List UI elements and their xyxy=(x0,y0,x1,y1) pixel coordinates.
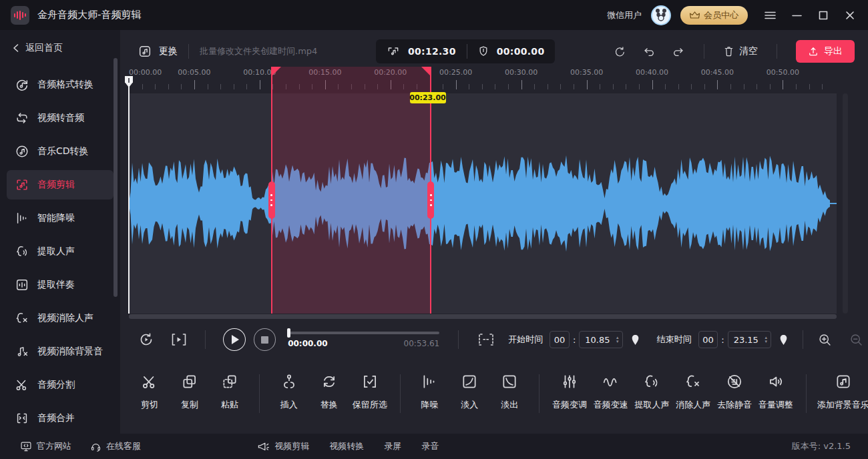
stop-button[interactable] xyxy=(254,328,276,351)
support-link[interactable]: 在线客服 xyxy=(90,440,141,452)
sidebar-item-cd-convert[interactable]: 音乐CD转换 xyxy=(7,137,114,166)
start-locate-pin-icon[interactable] xyxy=(631,334,640,346)
tool-pitch[interactable]: 音频变调 xyxy=(556,373,584,411)
waveform xyxy=(129,93,837,314)
zoom-in-button[interactable] xyxy=(818,333,832,347)
speed-icon xyxy=(602,373,620,390)
progress-thumb[interactable] xyxy=(287,328,290,338)
select-range-icon[interactable] xyxy=(477,332,495,347)
undo-button[interactable] xyxy=(642,46,656,57)
sidebar-scrollbar[interactable] xyxy=(114,58,118,297)
play-selection-button[interactable] xyxy=(170,332,188,348)
change-file-button[interactable]: 更换 xyxy=(138,44,178,59)
minimize-button[interactable] xyxy=(791,9,803,21)
tool-insert[interactable]: 插入 xyxy=(276,373,302,411)
ruler-label: 00:35.00 xyxy=(570,68,603,77)
divider xyxy=(539,374,539,413)
selection-end-handle[interactable] xyxy=(427,181,434,219)
playhead-line[interactable] xyxy=(128,79,130,314)
export-button[interactable]: 导出 xyxy=(796,40,855,63)
tool-cut[interactable]: 剪切 xyxy=(136,373,163,411)
tool-copy[interactable]: 复制 xyxy=(176,373,203,411)
selection-end-flag[interactable] xyxy=(421,67,430,75)
sidebar: 返回首页 音频格式转换 视频转音频 音乐CD转换 xyxy=(0,30,120,434)
sidebar-item-label: 视频转音频 xyxy=(37,112,84,124)
vertical-scrollbar[interactable] xyxy=(843,93,848,314)
maximize-button[interactable] xyxy=(817,9,829,21)
member-center-button[interactable]: 会员中心 xyxy=(680,6,748,25)
user-avatar[interactable] xyxy=(651,5,671,25)
loop-play-button[interactable] xyxy=(138,332,154,348)
clear-button[interactable]: 清空 xyxy=(723,45,758,57)
refresh-button[interactable] xyxy=(614,45,626,58)
tool-denoise[interactable]: 降噪 xyxy=(416,373,443,411)
titlebar: 金舟音频大师-音频剪辑 微信用户 会员中心 xyxy=(0,0,868,30)
sidebar-item-audio-cut[interactable]: 音频剪辑 xyxy=(7,170,114,199)
ruler-major-ticks xyxy=(129,80,831,89)
footer: 官方网站 在线客服 视频剪辑 视频转换 录屏 录音 版本号: v2.1.5 xyxy=(0,434,868,459)
denoise-icon xyxy=(421,373,438,390)
close-button[interactable] xyxy=(844,9,856,21)
main-panel: 更换 批量修改文件夹创建时间.mp4 00:12.30 00:00.00 xyxy=(120,30,868,434)
sidebar-item-video-remove-vocal[interactable]: 视频消除人声 xyxy=(7,304,114,333)
start-minutes-input[interactable]: 00 xyxy=(550,331,570,348)
sidebar-item-audio-split[interactable]: 音频分割 xyxy=(7,370,114,400)
divider xyxy=(205,330,206,349)
redo-button[interactable] xyxy=(672,46,685,57)
playback-progress: 00:00.00 00:53.61 xyxy=(288,332,439,348)
tool-replace[interactable]: 替换 xyxy=(316,373,343,411)
horizontal-scrollbar[interactable] xyxy=(129,314,837,319)
divider xyxy=(458,330,459,349)
quick-link-screen-record[interactable]: 录屏 xyxy=(384,440,401,452)
end-seconds-stepper[interactable]: ▴▾ xyxy=(765,336,768,344)
divider xyxy=(467,44,467,59)
edit-tools-bar: 剪切 复制 粘贴 插入 替换 保留所选 xyxy=(136,364,864,428)
add-bgm-icon xyxy=(835,373,852,390)
tool-fade-in[interactable]: 淡入 xyxy=(456,373,483,411)
quick-link-video-edit[interactable]: 视频剪辑 xyxy=(257,440,309,452)
tool-remove-silence[interactable]: 去除静音 xyxy=(720,373,748,411)
tool-volume[interactable]: 音量调整 xyxy=(762,373,790,411)
timeline-area: 00:00.00 00:05.00 00:10.00 00:15.00 00:2… xyxy=(129,67,837,319)
back-home-button[interactable]: 返回首页 xyxy=(0,30,120,61)
menu-icon[interactable] xyxy=(764,9,776,21)
tool-remove-vocal[interactable]: 消除人声 xyxy=(679,373,707,411)
progress-track[interactable] xyxy=(288,332,439,334)
official-site-link[interactable]: 官方网站 xyxy=(20,440,71,452)
play-button[interactable] xyxy=(223,328,246,351)
end-minutes-input[interactable]: 00 xyxy=(698,331,718,348)
tool-speed[interactable]: 音频变速 xyxy=(597,373,625,411)
sidebar-item-extract-vocal[interactable]: 提取人声 xyxy=(7,237,114,266)
end-locate-pin-icon[interactable] xyxy=(779,334,788,346)
back-home-label: 返回首页 xyxy=(25,42,63,54)
sidebar-item-audio-merge[interactable]: 音频合并 xyxy=(7,404,114,433)
tool-add-bgm[interactable]: 添加背景音乐 xyxy=(822,373,864,411)
tool-keep-selection[interactable]: 保留所选 xyxy=(356,373,384,411)
tool-paste[interactable]: 粘贴 xyxy=(216,373,243,411)
sidebar-item-video-remove-bg[interactable]: 视频消除背景音 xyxy=(7,337,114,366)
start-seconds-input[interactable]: 10.85 ▴▾ xyxy=(579,331,622,348)
selection-start-handle[interactable] xyxy=(268,181,275,219)
quick-link-video-convert[interactable]: 视频转换 xyxy=(329,440,364,452)
volume-icon xyxy=(767,373,785,390)
selection-start-flag[interactable] xyxy=(272,67,281,75)
quick-link-audio-record[interactable]: 录音 xyxy=(421,440,439,452)
waveform-panel[interactable] xyxy=(129,93,837,314)
start-seconds-stepper[interactable]: ▴▾ xyxy=(616,336,619,344)
zoom-out-button[interactable] xyxy=(849,333,863,347)
selection-region[interactable] xyxy=(271,67,432,314)
sidebar-item-smart-denoise[interactable]: 智能降噪 xyxy=(7,203,114,233)
tool-fade-out[interactable]: 淡出 xyxy=(496,373,523,411)
end-seconds-input[interactable]: 23.15 ▴▾ xyxy=(728,331,771,348)
divider xyxy=(803,330,803,349)
selection-time-tooltip: 00:23.00 xyxy=(410,92,446,103)
divider xyxy=(400,374,401,413)
sidebar-item-label: 音频剪辑 xyxy=(37,179,75,191)
insert-icon xyxy=(280,373,298,390)
sidebar-item-video-to-audio[interactable]: 视频转音频 xyxy=(7,103,114,133)
top-toolbar: 更换 批量修改文件夹创建时间.mp4 00:12.30 00:00.00 xyxy=(120,37,868,66)
tool-extract-vocal[interactable]: 提取人声 xyxy=(638,373,666,411)
export-icon xyxy=(808,46,819,57)
sidebar-item-format-convert[interactable]: 音频格式转换 xyxy=(7,70,114,99)
sidebar-item-extract-accomp[interactable]: 提取伴奏 xyxy=(7,270,114,300)
